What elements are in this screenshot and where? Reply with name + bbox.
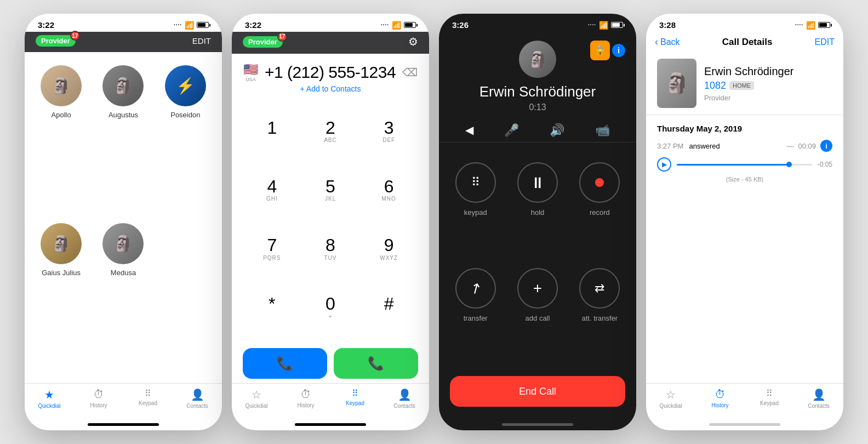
- dial-key-3[interactable]: 3 DEF: [359, 102, 418, 161]
- digit-3: 3: [384, 119, 394, 136]
- phone4-tab-quickdial[interactable]: ☆ Quickdial: [646, 388, 695, 409]
- letters-7: PQRS: [263, 254, 281, 261]
- call-header: 🗿 Erwin Schrödinger 0:13 🔒 i: [439, 32, 636, 119]
- end-call-button[interactable]: End Call: [450, 376, 625, 407]
- nav-edit-button[interactable]: EDIT: [815, 37, 835, 47]
- caller-avatar: 🗿: [519, 41, 556, 78]
- home-badge: HOME: [729, 81, 754, 90]
- contact-augustus[interactable]: 🗿 Augustus: [98, 65, 149, 212]
- dial-key-1[interactable]: 1: [243, 102, 301, 161]
- wifi-icon: 📶: [185, 21, 194, 30]
- regular-call-button[interactable]: 📞: [334, 348, 418, 379]
- tab-history[interactable]: ⏱ History: [74, 388, 123, 409]
- transfer-action[interactable]: ↗ transfer: [444, 259, 506, 365]
- phone2-tab-keypad-label: Keypad: [346, 400, 364, 406]
- digit-2: 2: [326, 119, 335, 136]
- avatar-medusa: 🗿: [102, 223, 144, 264]
- star-icon2: ☆: [252, 388, 261, 401]
- avatar-augustus: 🗿: [102, 65, 144, 106]
- phone2-tab-contacts[interactable]: 👤 Contacts: [380, 388, 429, 409]
- phone4-tab-history[interactable]: ⏱ History: [695, 388, 745, 409]
- contact-poseidon[interactable]: ⚡ Poseidon: [160, 65, 211, 212]
- phone1-status-bar: 3:22 ···· 📶: [25, 14, 222, 32]
- phone4-tab-keypad[interactable]: ⠿ Keypad: [745, 388, 794, 409]
- contact-gaius[interactable]: 🗿 Gaius Julius: [36, 223, 87, 370]
- voip-call-button[interactable]: 📞: [243, 348, 327, 379]
- battery-icon2: [404, 22, 416, 28]
- play-button[interactable]: ▶: [657, 157, 671, 172]
- call-time: 3:27 PM: [657, 142, 683, 150]
- phones-container: 3:22 ···· 📶 Provider 17 EDIT 🗿: [14, 3, 854, 441]
- tab-keypad[interactable]: ⠿ Keypad: [123, 388, 173, 409]
- contacts-icon2: 👤: [398, 388, 412, 401]
- keypad-icon: ⠿: [145, 388, 151, 399]
- phone4-tab-quickdial-label: Quickdial: [659, 403, 682, 409]
- phone2-time: 3:22: [245, 20, 261, 30]
- dial-key-7[interactable]: 7 PQRS: [243, 220, 301, 278]
- tab-quickdial[interactable]: ★ Quickdial: [25, 388, 74, 409]
- dial-key-2[interactable]: 2 ABC: [301, 102, 360, 161]
- keypad-action[interactable]: ⠿ keypad: [444, 153, 506, 259]
- contact-card-image: 🗿: [657, 59, 696, 108]
- provider-badge[interactable]: Provider 17: [36, 35, 76, 47]
- contact-card-extension: 1082 HOME: [704, 80, 793, 92]
- digit-9: 9: [384, 236, 394, 254]
- letters-4: GHI: [266, 195, 278, 203]
- video-icon[interactable]: 📹: [595, 123, 610, 138]
- action-buttons: ⠿ keypad ⏸ hold record ↗ transfe: [439, 143, 636, 376]
- phone4-tab-contacts-label: Contacts: [808, 403, 829, 409]
- phone2-tab-keypad[interactable]: ⠿ Keypad: [330, 388, 380, 409]
- dial-key-9[interactable]: 9 WXYZ: [359, 220, 418, 278]
- edit-button[interactable]: EDIT: [192, 36, 211, 45]
- avatar-poseidon: ⚡: [165, 65, 206, 106]
- dial-key-0[interactable]: 0 +: [301, 278, 360, 337]
- contact-apollo[interactable]: 🗿 Apollo: [36, 65, 87, 212]
- phone2-badge-count: 17: [277, 32, 287, 42]
- phone-number-display: +1 (212) 555-1234: [265, 63, 396, 82]
- record-action[interactable]: record: [569, 153, 631, 259]
- mic-icon[interactable]: 🎤: [504, 123, 519, 138]
- history-icon: ⏱: [93, 388, 104, 401]
- phone2-tab-quickdial[interactable]: ☆ Quickdial: [232, 388, 281, 409]
- quickdial-grid: 🗿 Apollo 🗿 Augustus ⚡ Poseidon 🗿: [25, 52, 222, 383]
- add-call-action-icon: +: [533, 280, 542, 297]
- gear-icon[interactable]: ⚙: [408, 35, 418, 48]
- phone2-provider-badge[interactable]: Provider 17: [243, 36, 283, 48]
- tab-contacts[interactable]: 👤 Contacts: [173, 388, 222, 409]
- phone4-tab-contacts[interactable]: 👤 Contacts: [794, 388, 843, 409]
- zrtp-info-icon[interactable]: i: [612, 44, 625, 57]
- dial-key-star[interactable]: *: [243, 278, 301, 337]
- hold-action[interactable]: ⏸ hold: [506, 153, 568, 259]
- lock-icon: 🔒: [594, 44, 606, 56]
- back-button[interactable]: ‹ Back: [655, 36, 680, 48]
- progress-fill: [677, 164, 792, 166]
- dial-key-hash[interactable]: #: [359, 278, 418, 337]
- add-to-contacts-link[interactable]: + Add to Contacts: [300, 84, 361, 93]
- delete-button[interactable]: ⌫: [402, 66, 418, 79]
- call-status: answered: [689, 142, 719, 150]
- dial-key-8[interactable]: 8 TUV: [301, 220, 360, 278]
- file-size: (Size - 45 KB): [657, 176, 832, 183]
- add-call-action[interactable]: + add call: [506, 259, 568, 365]
- contact-name-augustus: Augustus: [108, 111, 138, 119]
- att-transfer-action[interactable]: ⇄ att. transfer: [569, 259, 631, 365]
- caller-avatar-image: 🗿: [519, 41, 556, 78]
- progress-bar[interactable]: [677, 164, 812, 166]
- record-action-circle: [579, 162, 620, 203]
- extension-number: 1082: [704, 80, 726, 92]
- contact-card-name: Erwin Schrödinger: [704, 65, 793, 78]
- call-info-button[interactable]: i: [820, 140, 832, 152]
- phone1: 3:22 ···· 📶 Provider 17 EDIT 🗿: [25, 14, 222, 430]
- dial-key-6[interactable]: 6 MNO: [359, 161, 418, 219]
- letters-2: ABC: [324, 136, 337, 144]
- dial-key-5[interactable]: 5 JKL: [301, 161, 360, 219]
- speaker-icon[interactable]: 🔊: [550, 123, 564, 138]
- dots-icon2: ····: [381, 22, 389, 28]
- phone3-status-bar: 3:26 ···· 📶: [439, 14, 636, 32]
- phone2-tab-history[interactable]: ⏱ History: [281, 388, 330, 409]
- dots-icon3: ····: [588, 22, 596, 28]
- call-controls-top: ◀ 🎤 🔊 📹: [439, 119, 636, 143]
- dial-key-4[interactable]: 4 GHI: [243, 161, 301, 219]
- zrtp-icon: 🔒: [590, 41, 610, 60]
- contact-medusa[interactable]: 🗿 Medusa: [98, 223, 149, 370]
